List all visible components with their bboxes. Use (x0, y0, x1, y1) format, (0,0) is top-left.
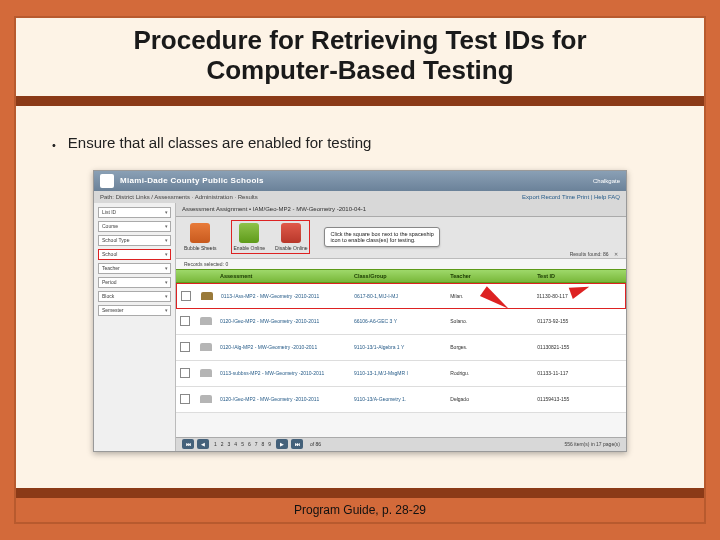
class-link[interactable]: 9110-13/A-Geometry 1. (354, 396, 448, 402)
assessment-link[interactable]: 0113-subbss-MP2 - MW-Geometry -2010-2011 (220, 370, 352, 376)
pager-page-link[interactable]: 5 (241, 441, 244, 447)
assessment-link[interactable]: 0120-/Geo-MP2 - MW-Geometry -2010-2011 (220, 396, 352, 402)
slide-title: Procedure for Retrieving Test IDs for Co… (56, 26, 664, 86)
table-row[interactable]: 0120-/Geo-MP2 - MW-Geometry -2010-201166… (176, 309, 626, 335)
table-row[interactable]: 0113-subbss-MP2 - MW-Geometry -2010-2011… (176, 361, 626, 387)
table-row[interactable]: 0120-/Alg-MP2 - MW-Geometry -2010-201191… (176, 335, 626, 361)
pager-last-button[interactable]: ⏭ (291, 439, 303, 449)
col-test-id[interactable]: Test ID (537, 273, 622, 279)
chevron-down-icon: ▾ (165, 223, 168, 229)
enable-online-button[interactable]: Enable Online (234, 223, 265, 251)
teacher-cell: Solano. (450, 318, 535, 324)
filter-label: Course (102, 223, 118, 229)
assessment-link[interactable]: 0113-/Ass-MP2 - MW-Geometry -2010-2011 (221, 293, 352, 299)
app-screenshot: Miami-Dade County Public Schools Chalkga… (93, 170, 627, 452)
bubble-sheets-icon (190, 223, 210, 243)
bubble-sheets-button[interactable]: Bubble Sheets (184, 223, 217, 251)
pager-page-link[interactable]: 6 (248, 441, 251, 447)
assessment-link[interactable]: 0120-/Geo-MP2 - MW-Geometry -2010-2011 (220, 318, 352, 324)
footer-text: Program Guide, p. 28-29 (294, 503, 426, 517)
instruction-tooltip: Click the square box next to the spacesh… (324, 227, 440, 247)
filter-school-type[interactable]: School Type▾ (98, 235, 171, 246)
bullet-text: Ensure that all classes are enabled for … (68, 134, 372, 151)
chevron-down-icon: ▾ (165, 293, 168, 299)
filter-school[interactable]: School▾ (98, 249, 171, 260)
table-row[interactable]: 0113-/Ass-MP2 - MW-Geometry -2010-201106… (176, 283, 626, 309)
pager-page-link[interactable]: 2 (221, 441, 224, 447)
col-assessment[interactable]: Assessment (220, 273, 352, 279)
filter-list-id[interactable]: List ID▾ (98, 207, 171, 218)
filter-period[interactable]: Period▾ (98, 277, 171, 288)
nav-utility-links[interactable]: Export Record Time Print | Help FAQ (522, 194, 620, 200)
class-link[interactable]: 66106-A6-GEC 3 Y (354, 318, 448, 324)
filter-block[interactable]: Block▾ (98, 291, 171, 302)
slide-footer: Program Guide, p. 28-29 (16, 488, 704, 522)
tool-label: Enable Online (234, 245, 265, 251)
test-id-cell: 01173-92-155 (537, 318, 622, 324)
filter-sidebar: List ID▾ Course▾ School Type▾ School▾ Te… (94, 203, 176, 451)
chevron-down-icon: ▾ (165, 279, 168, 285)
pager-first-button[interactable]: ⏮ (182, 439, 194, 449)
nav-bar: Path: District Links / Assessments · Adm… (94, 191, 626, 203)
chevron-down-icon: ▾ (165, 307, 168, 313)
pager-page-link[interactable]: 8 (261, 441, 264, 447)
tool-label: Disable Online (275, 245, 308, 251)
filter-label: Period (102, 279, 116, 285)
filter-teacher[interactable]: Teacher▾ (98, 263, 171, 274)
row-checkbox[interactable] (180, 342, 190, 352)
district-logo-icon (100, 174, 114, 188)
bullet-item: • Ensure that all classes are enabled fo… (52, 134, 668, 156)
chevron-down-icon: ▾ (165, 237, 168, 243)
pager-page-link[interactable]: 1 (214, 441, 217, 447)
results-found-label: Results found: 86 ✕ (570, 251, 618, 257)
pager-page-link[interactable]: 4 (234, 441, 237, 447)
title-block: Procedure for Retrieving Test IDs for Co… (16, 18, 704, 90)
content-area: • Ensure that all classes are enabled fo… (16, 106, 704, 452)
pager-prev-button[interactable]: ◀ (197, 439, 209, 449)
row-checkbox[interactable] (180, 368, 190, 378)
row-checkbox[interactable] (180, 394, 190, 404)
spaceship-icon (200, 343, 212, 351)
test-id-cell: 01130821-155 (537, 344, 622, 350)
pager-page-link[interactable]: 3 (228, 441, 231, 447)
spaceship-icon (201, 292, 213, 300)
pager-bar: ⏮ ◀ 123456789 ▶ ⏭ of 86 556 item(s) in 1… (176, 437, 626, 451)
enable-online-icon (239, 223, 259, 243)
filter-label: Block (102, 293, 114, 299)
assessment-link[interactable]: 0120-/Alg-MP2 - MW-Geometry -2010-2011 (220, 344, 352, 350)
class-link[interactable]: 9110-13/1-Algebra 1 Y (354, 344, 448, 350)
tool-label: Bubble Sheets (184, 245, 217, 251)
disable-online-button[interactable]: Disable Online (275, 223, 308, 251)
spaceship-icon (200, 369, 212, 377)
results-text: Results found: 86 (570, 251, 609, 257)
class-link[interactable]: 0617-80-1,M/J-I-MJ (354, 293, 448, 299)
slide: Procedure for Retrieving Test IDs for Co… (14, 16, 706, 524)
pager-pages: 123456789 (212, 441, 273, 447)
title-line-2: Computer-Based Testing (206, 55, 513, 85)
app-brand: Chalkgate (593, 178, 620, 184)
breadcrumb: Assessment Assignment • IAM/Geo-MP2 - MW… (176, 203, 626, 217)
test-id-cell: 01133-11-117 (537, 370, 622, 376)
title-line-1: Procedure for Retrieving Test IDs for (133, 25, 586, 55)
close-icon[interactable]: ✕ (614, 251, 618, 257)
row-checkbox[interactable] (180, 316, 190, 326)
teacher-cell: Delgado (450, 396, 535, 402)
table-body: 0113-/Ass-MP2 - MW-Geometry -2010-201106… (176, 283, 626, 413)
table-row[interactable]: 0120-/Geo-MP2 - MW-Geometry -2010-201191… (176, 387, 626, 413)
col-teacher[interactable]: Teacher (450, 273, 535, 279)
test-id-cell: 01159413-155 (537, 396, 622, 402)
pager-summary: 556 item(s) in 17 page(s) (564, 441, 620, 447)
filter-label: Semester (102, 307, 123, 313)
disable-online-icon (281, 223, 301, 243)
app-body: List ID▾ Course▾ School Type▾ School▾ Te… (94, 203, 626, 451)
pager-page-link[interactable]: 7 (255, 441, 258, 447)
pager-page-link[interactable]: 9 (268, 441, 271, 447)
main-panel: Assessment Assignment • IAM/Geo-MP2 - MW… (176, 203, 626, 451)
filter-semester[interactable]: Semester▾ (98, 305, 171, 316)
row-checkbox[interactable] (181, 291, 191, 301)
pager-next-button[interactable]: ▶ (276, 439, 288, 449)
col-class-group[interactable]: Class/Group (354, 273, 448, 279)
filter-course[interactable]: Course▾ (98, 221, 171, 232)
nav-path: Path: District Links / Assessments · Adm… (100, 194, 258, 200)
class-link[interactable]: 9110-13-1,M/J-MsgMR I (354, 370, 448, 376)
